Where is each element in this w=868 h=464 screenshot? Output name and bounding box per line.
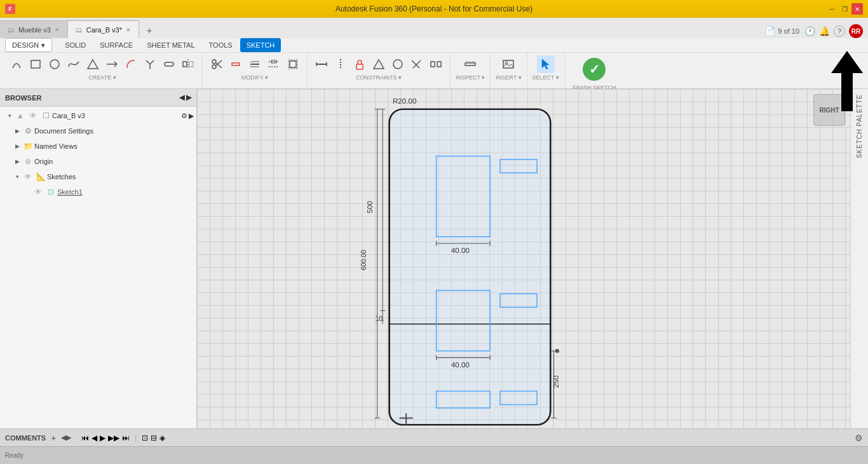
- browser-item-named-views[interactable]: ▶ 📁 Named Views: [0, 139, 196, 154]
- circle-tool[interactable]: [46, 55, 64, 73]
- minimize-button[interactable]: ─: [826, 3, 837, 15]
- arc-constraint[interactable]: [389, 55, 407, 73]
- eye-icon-root[interactable]: 👁: [28, 111, 38, 121]
- select-label[interactable]: SELECT ▾: [532, 74, 559, 81]
- svg-point-73: [555, 349, 559, 353]
- modify-label[interactable]: MODIFY ▾: [241, 74, 268, 81]
- play-tool-2[interactable]: ⊟: [151, 433, 157, 442]
- browser-item-sketches[interactable]: ▾ 👁 📐 Sketches: [0, 169, 196, 184]
- rect-tool[interactable]: [27, 55, 44, 73]
- trim-tool[interactable]: [141, 55, 159, 73]
- browser-item-doc-settings[interactable]: ▶ ⚙ Document Settings: [0, 123, 196, 139]
- tab-mueble-close[interactable]: ✕: [55, 27, 60, 33]
- eye-icon-sketch1[interactable]: 👁: [33, 187, 43, 197]
- history-icon[interactable]: 🕐: [804, 26, 815, 36]
- tab-cara-b[interactable]: 🗂 Cara_B v3* ✕: [68, 20, 139, 38]
- sketches-icon: 📐: [36, 172, 46, 182]
- fillet-tool[interactable]: [122, 55, 140, 73]
- angle-constraint[interactable]: [370, 55, 388, 73]
- create-label[interactable]: CREATE ▾: [88, 74, 116, 81]
- user-icon[interactable]: RR: [849, 24, 863, 38]
- viewcube[interactable]: RIGHT: [813, 94, 845, 126]
- type-icon-root: ☐: [41, 111, 51, 121]
- canvas[interactable]: R20.00 500 10. 600.00 250: [197, 89, 850, 445]
- browser-item-root[interactable]: ▾ ▲ 👁 ☐ Cara_B v3 ⚙ ▶: [0, 108, 196, 123]
- collapse-comments-icon[interactable]: ◀▶: [61, 433, 71, 442]
- play-last-button[interactable]: ⏭: [122, 433, 130, 442]
- slot2-tool[interactable]: [227, 55, 245, 73]
- lock-constraint[interactable]: [351, 55, 369, 73]
- mode-sketch[interactable]: SKETCH: [240, 38, 281, 52]
- folder-icon-named-views: 📁: [23, 141, 33, 151]
- line-tool[interactable]: [103, 55, 121, 73]
- root-settings-icon[interactable]: ⚙: [181, 112, 187, 120]
- inspect-label[interactable]: INSPECT ▾: [456, 74, 485, 81]
- add-comment-button[interactable]: +: [51, 433, 56, 443]
- browser-expand-icon[interactable]: ▶: [186, 93, 191, 101]
- settings-icon-status[interactable]: ⚙: [855, 433, 863, 443]
- new-tab-button[interactable]: +: [142, 23, 157, 38]
- play-first-button[interactable]: ⏮: [81, 433, 89, 442]
- align-tool[interactable]: [265, 55, 283, 73]
- vertical-constraint[interactable]: [332, 55, 349, 73]
- insert-image-tool[interactable]: [499, 55, 517, 73]
- browser-item-root-label: Cara_B v3: [52, 112, 181, 119]
- horizontal-constraint[interactable]: [313, 55, 330, 73]
- expand-named-views[interactable]: ▶: [13, 142, 22, 151]
- select-tool[interactable]: [537, 55, 555, 73]
- svg-text:10.: 10.: [375, 315, 384, 322]
- notify-icon[interactable]: 🔔: [819, 26, 830, 36]
- svg-rect-9: [165, 62, 173, 66]
- mode-sheet-metal[interactable]: SHEET METAL: [140, 38, 201, 52]
- browser-item-origin[interactable]: ▶ ⊕ Origin: [0, 154, 196, 169]
- svg-text:40.00: 40.00: [451, 360, 470, 369]
- insert-tools: [499, 55, 517, 73]
- expand-sketches[interactable]: ▾: [13, 172, 22, 181]
- mirror-tool[interactable]: [179, 55, 197, 73]
- toolbar: DESIGN ▾ SOLID SURFACE SHEET METAL TOOLS…: [0, 38, 868, 89]
- mode-solid[interactable]: SOLID: [58, 38, 92, 52]
- svg-line-34: [412, 60, 419, 68]
- mode-surface[interactable]: SURFACE: [93, 38, 139, 52]
- expand-doc-settings[interactable]: ▶: [13, 126, 22, 135]
- play-tool-3[interactable]: ◈: [159, 433, 165, 442]
- sym-constraint[interactable]: [427, 55, 445, 73]
- browser-item-sketch1[interactable]: ▶ 👁 ⊡ Sketch1: [0, 184, 196, 200]
- version-badge[interactable]: 📄 9 of 10: [764, 26, 799, 36]
- spline-tool[interactable]: [65, 55, 83, 73]
- slot-tool[interactable]: [160, 55, 178, 73]
- tab-mueble-label: Mueble v3: [18, 26, 51, 34]
- visible-icon-root[interactable]: ▲: [15, 111, 25, 121]
- play-tool-1[interactable]: ⊡: [142, 433, 148, 442]
- insert-label[interactable]: INSERT ▾: [496, 74, 521, 81]
- root-more-icon[interactable]: ▶: [189, 112, 194, 120]
- help-icon[interactable]: ?: [834, 25, 845, 37]
- scissors-tool[interactable]: [208, 55, 226, 73]
- svg-rect-37: [465, 63, 475, 65]
- browser-collapse-icon[interactable]: ◀: [179, 93, 184, 101]
- play-next-button[interactable]: ▶▶: [108, 433, 119, 442]
- hatch-tool[interactable]: [246, 55, 264, 73]
- offset-tool[interactable]: [284, 55, 302, 73]
- design-dropdown[interactable]: DESIGN ▾: [5, 38, 52, 52]
- expand-origin[interactable]: ▶: [13, 157, 22, 166]
- perp-constraint[interactable]: [408, 55, 426, 73]
- eye-icon-sketches[interactable]: 👁: [23, 172, 33, 182]
- canvas-area[interactable]: R20.00 500 10. 600.00 250: [197, 89, 850, 445]
- measure-tool[interactable]: [461, 55, 479, 73]
- svg-rect-0: [31, 60, 40, 68]
- tab-mueble[interactable]: 🗂 Mueble v3 ✕: [0, 20, 68, 38]
- mode-tools[interactable]: TOOLS: [203, 38, 239, 52]
- close-button[interactable]: ✕: [851, 3, 863, 15]
- expand-root[interactable]: ▾: [5, 111, 14, 120]
- finish-sketch-button[interactable]: ✓: [578, 55, 611, 83]
- arc-tool[interactable]: [8, 55, 25, 73]
- svg-rect-30: [356, 64, 363, 69]
- triangle-tool[interactable]: [84, 55, 102, 73]
- constraints-label[interactable]: CONSTRAINTS ▾: [356, 74, 402, 81]
- play-prev-button[interactable]: ◀: [92, 433, 97, 442]
- tab-cara-b-close[interactable]: ✕: [126, 27, 131, 33]
- play-button[interactable]: ▶: [100, 433, 105, 442]
- restore-button[interactable]: ❐: [839, 3, 850, 15]
- svg-line-33: [413, 60, 421, 68]
